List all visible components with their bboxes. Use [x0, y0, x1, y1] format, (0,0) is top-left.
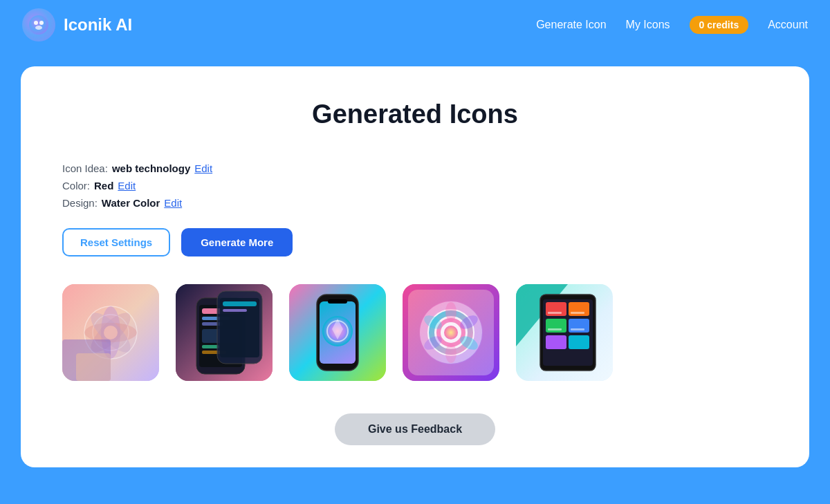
svg-rect-59: [571, 328, 584, 330]
svg-point-40: [445, 302, 456, 321]
icon-idea-value: web technology: [112, 162, 190, 174]
page-title: Generated Icons: [62, 100, 768, 129]
generated-icon-3[interactable]: [289, 284, 386, 381]
svg-point-39: [444, 326, 458, 339]
svg-rect-54: [546, 335, 566, 349]
settings-section: Icon Idea: web technology Edit Color: Re…: [62, 162, 768, 209]
generated-icon-1[interactable]: [62, 284, 159, 381]
design-edit-link[interactable]: Edit: [164, 197, 182, 209]
nav-generate-icon[interactable]: Generate Icon: [536, 19, 606, 31]
icon-idea-label: Icon Idea:: [62, 162, 108, 174]
design-label: Design:: [62, 197, 98, 209]
brand-name: Iconik AI: [64, 15, 132, 35]
nav-my-icons[interactable]: My Icons: [626, 19, 670, 31]
svg-rect-25: [223, 301, 257, 306]
reset-settings-button[interactable]: Reset Settings: [62, 228, 170, 256]
svg-point-3: [35, 26, 42, 30]
color-label: Color:: [62, 180, 90, 192]
logo-avatar: [22, 8, 55, 41]
color-value: Red: [94, 180, 113, 192]
svg-point-2: [39, 21, 44, 25]
svg-rect-55: [569, 335, 589, 349]
nav-account[interactable]: Account: [768, 19, 808, 31]
generated-icon-4[interactable]: [403, 284, 499, 381]
svg-rect-24: [220, 298, 259, 357]
svg-rect-57: [571, 312, 584, 314]
svg-rect-58: [548, 328, 562, 330]
feedback-button[interactable]: Give us Feedback: [335, 413, 495, 445]
credits-badge[interactable]: 0 credits: [690, 16, 749, 34]
svg-rect-26: [223, 309, 247, 312]
feedback-section: Give us Feedback: [21, 397, 809, 445]
generated-icon-5[interactable]: [516, 284, 613, 381]
header-nav: Generate Icon My Icons 0 credits Account: [536, 16, 808, 34]
design-row: Design: Water Color Edit: [62, 197, 768, 209]
color-edit-link[interactable]: Edit: [118, 180, 136, 192]
svg-rect-13: [76, 353, 111, 381]
color-row: Color: Red Edit: [62, 180, 768, 192]
svg-rect-21: [202, 345, 219, 348]
svg-point-11: [104, 326, 118, 339]
generated-icon-2[interactable]: [176, 284, 273, 381]
svg-point-43: [445, 344, 456, 363]
svg-rect-32: [328, 299, 347, 304]
icon-idea-edit-link[interactable]: Edit: [194, 162, 212, 174]
icons-grid: [62, 284, 768, 381]
design-value: Water Color: [102, 197, 160, 209]
brand-logo-group: Iconik AI: [22, 8, 132, 41]
generate-more-button[interactable]: Generate More: [181, 228, 293, 256]
actions-row: Reset Settings Generate More: [62, 228, 768, 256]
content-card: Generated Icons Icon Idea: web technolog…: [21, 66, 809, 467]
icon-idea-row: Icon Idea: web technology Edit: [62, 162, 768, 174]
svg-point-0: [29, 15, 48, 35]
svg-rect-56: [548, 312, 562, 314]
svg-point-1: [34, 21, 38, 25]
